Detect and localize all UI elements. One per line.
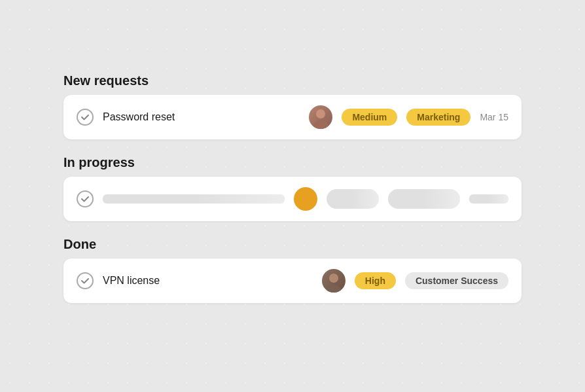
skeleton-badge-2	[388, 189, 460, 209]
task-label-password-reset: Password reset	[103, 111, 300, 123]
card-vpn-license[interactable]: VPN license High Customer Success	[63, 258, 522, 303]
section-done: Done VPN license High Customer Success	[63, 237, 522, 303]
skeleton-text	[103, 194, 285, 204]
skeleton-date	[469, 194, 508, 204]
badge-priority-medium: Medium	[342, 109, 397, 126]
skeleton-badge-1	[327, 189, 379, 209]
check-icon-password-reset	[77, 109, 94, 126]
check-icon-vpn-license	[77, 272, 94, 289]
section-title-in-progress: In progress	[63, 155, 522, 170]
main-container: New requests Password reset Medium Marke…	[63, 60, 522, 332]
badge-category-customer-success: Customer Success	[405, 272, 508, 289]
avatar-vpn-license	[322, 269, 346, 293]
task-label-vpn-license: VPN license	[103, 275, 313, 287]
date-password-reset: Mar 15	[480, 112, 508, 122]
card-in-progress	[63, 177, 522, 221]
badge-category-marketing: Marketing	[406, 109, 470, 126]
badge-priority-high: High	[355, 272, 396, 289]
section-title-done: Done	[63, 237, 522, 252]
section-title-new-requests: New requests	[63, 73, 522, 88]
avatar-password-reset	[309, 105, 332, 129]
check-icon-in-progress	[77, 190, 94, 207]
section-in-progress: In progress	[63, 155, 522, 221]
card-password-reset[interactable]: Password reset Medium Marketing Mar 15	[63, 95, 522, 139]
section-new-requests: New requests Password reset Medium Marke…	[63, 73, 522, 139]
skeleton-avatar	[294, 187, 317, 211]
